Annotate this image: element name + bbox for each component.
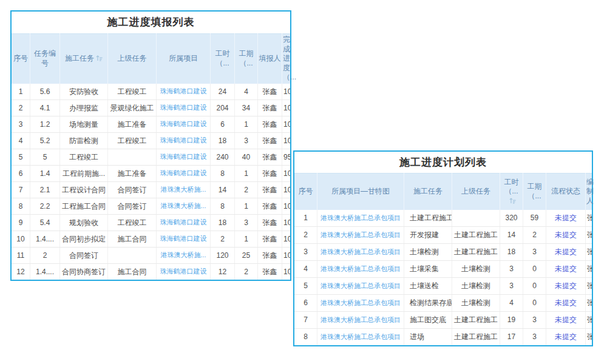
cell: 合同初步拟定	[60, 231, 108, 247]
project-link[interactable]: 港珠澳大桥施工总承包项目	[317, 227, 404, 244]
cell: 0	[523, 261, 546, 278]
status-link[interactable]: 未提交	[546, 261, 586, 278]
column-header-label: 流程状态	[551, 187, 580, 195]
cell: 95	[282, 149, 291, 165]
cell: 合同签订	[108, 181, 157, 198]
cell: 施工准备	[108, 165, 157, 181]
cell: 张鑫	[258, 99, 282, 116]
cell: 工程施工合同	[60, 198, 108, 214]
project-link[interactable]: 珠海鹤港口建设	[157, 165, 211, 181]
project-link[interactable]: 珠海鹤港口建设	[157, 214, 211, 231]
column-header[interactable]: 施工任务	[60, 34, 108, 84]
column-header-label: 填报人	[259, 54, 281, 62]
cell: 100	[282, 116, 291, 132]
cell: 张鑫	[258, 198, 282, 214]
cell: 张鑫	[586, 295, 592, 312]
status-link[interactable]: 未提交	[546, 278, 586, 295]
status-link[interactable]: 未提交	[546, 210, 586, 227]
status-link[interactable]: 未提交	[546, 227, 586, 244]
column-header: 编制人	[586, 174, 592, 211]
table-row: 61.4工程前期施...施工准备珠海鹤港口建设81张鑫100	[12, 165, 290, 181]
project-link[interactable]: 港珠澳大桥施...	[157, 198, 211, 214]
cell: 5	[294, 278, 317, 295]
cell: 24	[211, 84, 235, 100]
cell: 1.2	[30, 116, 60, 132]
cell: 320	[500, 210, 523, 227]
sort-icon	[96, 55, 103, 61]
column-header: 流程状态	[546, 174, 586, 211]
cell: 工程设计合同	[60, 181, 108, 198]
cell: 4.1	[30, 99, 60, 116]
cell: 4	[294, 261, 317, 278]
cell: 4	[500, 295, 523, 312]
column-header: 序号	[294, 174, 317, 211]
project-link[interactable]: 港珠澳大桥施工总承包项目	[317, 244, 404, 261]
cell: 规划验收	[60, 214, 108, 231]
project-link[interactable]: 珠海鹤港口建设	[157, 84, 211, 100]
column-header[interactable]: 工时（...	[500, 174, 523, 211]
cell: 6	[294, 295, 317, 312]
progress-report-table: 序号任务编号施工任务上级任务所属项目工时（...工期（...填报人完成进度（..…	[12, 33, 290, 280]
column-header-label: 序号	[13, 54, 28, 62]
cell: 0	[523, 278, 546, 295]
cell: 120	[211, 247, 235, 263]
cell: 张鑫	[586, 227, 592, 244]
cell: 施工图交底	[404, 312, 452, 329]
project-link[interactable]: 珠海鹤港口建设	[157, 99, 211, 116]
cell: 张鑫	[586, 278, 592, 295]
cell: 12	[211, 263, 235, 280]
cell	[108, 247, 157, 263]
cell: 3	[500, 278, 523, 295]
cell: 工程前期施...	[60, 165, 108, 181]
column-header-label: 工期（...	[239, 49, 254, 67]
header-row: 序号任务编号施工任务上级任务所属项目工时（...工期（...填报人完成进度（..…	[12, 34, 290, 84]
cell: 5.4	[30, 214, 60, 231]
status-link[interactable]: 未提交	[546, 295, 586, 312]
column-header-label: 任务编号	[34, 49, 56, 67]
project-link[interactable]: 港珠澳大桥施工总承包项目	[317, 329, 404, 346]
project-link[interactable]: 港珠澳大桥施...	[157, 181, 211, 198]
table-row: 95.4规划验收工程竣工珠海鹤港口建设183张鑫100	[12, 214, 290, 231]
project-link[interactable]: 港珠澳大桥施工总承包项目	[317, 312, 404, 329]
cell: 2	[30, 247, 60, 263]
cell: 18	[211, 132, 235, 149]
cell: 8	[12, 198, 30, 214]
project-link[interactable]: 港珠澳大桥施工总承包项目	[317, 210, 404, 227]
project-link[interactable]: 港珠澳大桥施工总承包项目	[317, 261, 404, 278]
cell: 100	[282, 181, 291, 198]
cell: 100	[282, 132, 291, 149]
status-link[interactable]: 未提交	[546, 312, 586, 329]
progress-plan-table: 序号所属项目—甘特图施工任务上级任务工时（...工期（...流程状态编制人1港珠…	[294, 173, 592, 345]
cell: 2.2	[30, 198, 60, 214]
cell: 土建工程施工	[452, 312, 500, 329]
project-link[interactable]: 港珠澳大桥施工总承包项目	[317, 278, 404, 295]
cell: 0	[523, 295, 546, 312]
cell: 12	[12, 263, 30, 280]
project-link[interactable]: 珠海鹤港口建设	[157, 263, 211, 280]
cell: 3	[294, 244, 317, 261]
cell: 8	[211, 165, 235, 181]
status-link[interactable]: 未提交	[546, 244, 586, 261]
cell: 工程竣工	[60, 149, 108, 165]
cell: 土壤检测	[452, 278, 500, 295]
cell: 100	[282, 84, 291, 100]
cell: 3	[12, 116, 30, 132]
cell: 10	[12, 231, 30, 247]
column-header: 任务编号	[30, 34, 60, 84]
column-header-label: 上级任务	[461, 187, 490, 195]
cell: 张鑫	[586, 329, 592, 346]
project-link[interactable]: 港珠澳大桥施...	[157, 247, 211, 263]
table-row: 7港珠澳大桥施工总承包项目施工图交底土建工程施工193未提交张鑫	[294, 312, 592, 329]
cell: 3	[235, 214, 258, 231]
status-link[interactable]: 未提交	[546, 329, 586, 346]
project-link[interactable]: 珠海鹤港口建设	[157, 231, 211, 247]
project-link[interactable]: 珠海鹤港口建设	[157, 149, 211, 165]
project-link[interactable]: 港珠澳大桥施工总承包项目	[317, 295, 404, 312]
cell: 6	[211, 116, 235, 132]
cell: 1	[12, 84, 30, 100]
cell: 18	[500, 244, 523, 261]
cell: 土壤送检	[404, 278, 452, 295]
cell: 59	[523, 210, 546, 227]
project-link[interactable]: 珠海鹤港口建设	[157, 132, 211, 149]
project-link[interactable]: 珠海鹤港口建设	[157, 116, 211, 132]
